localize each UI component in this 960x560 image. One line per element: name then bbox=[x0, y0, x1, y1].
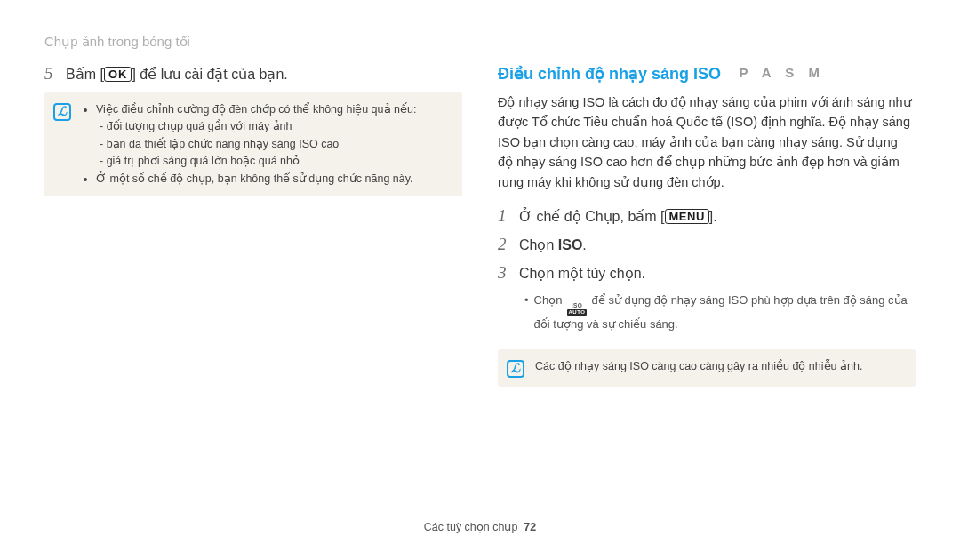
note-subbullet: giá trị phơi sáng quá lớn hoặc quá nhỏ bbox=[100, 153, 416, 170]
bullet-dot: • bbox=[524, 292, 529, 332]
breadcrumb: Chụp ảnh trong bóng tối bbox=[44, 34, 916, 50]
step-2: 2 Chọn ISO. bbox=[498, 235, 916, 254]
note-box-flash: ℒ Việc điều chỉnh cường độ đèn chớp có t… bbox=[44, 92, 462, 196]
step-text-post: ] để lưu cài đặt của bạn. bbox=[132, 67, 287, 82]
iso-label: ISO bbox=[558, 237, 583, 252]
section-title-iso: Điều chỉnh độ nhạy sáng ISO bbox=[498, 65, 721, 83]
footer-label: Các tuỳ chọn chụp bbox=[424, 521, 518, 533]
step-text-pre: Bấm [ bbox=[66, 67, 104, 82]
iso-description: Độ nhạy sáng ISO là cách đo độ nhạy sáng… bbox=[498, 92, 916, 192]
step-5: 5 Bấm [OK] để lưu cài đặt của bạn. bbox=[44, 64, 462, 84]
step-text-post: ]. bbox=[709, 209, 717, 224]
sub-text-pre: Chọn bbox=[534, 293, 565, 307]
mode-indicator: P A S M bbox=[739, 65, 824, 80]
step-number: 2 bbox=[498, 235, 510, 254]
step-number: 1 bbox=[498, 206, 510, 226]
note-subbullet: bạn đã thiết lập chức năng nhạy sáng ISO… bbox=[100, 136, 416, 153]
step-1: 1 Ở chế độ Chụp, bấm [MENU]. bbox=[498, 206, 916, 226]
step-text-post: . bbox=[582, 237, 586, 252]
ok-button-label: OK bbox=[104, 67, 132, 82]
info-icon: ℒ bbox=[53, 103, 71, 121]
menu-button-label: MENU bbox=[665, 209, 709, 224]
note-text: Các độ nhạy sáng ISO càng cao càng gây r… bbox=[535, 358, 862, 375]
iso-auto-icon: ISOAUTO bbox=[567, 303, 587, 316]
step-text-pre: Chọn bbox=[519, 237, 558, 252]
step-3: 3 Chọn một tùy chọn. bbox=[498, 263, 916, 283]
step-text: Chọn một tùy chọn. bbox=[519, 265, 645, 282]
sub-text-post: để sử dụng độ nhạy sáng ISO phù hợp dựa … bbox=[534, 293, 908, 331]
step-3-subbullet: • Chọn ISOAUTO để sử dụng độ nhạy sáng I… bbox=[498, 292, 916, 332]
note-subbullet: đối tượng chụp quá gần với máy ảnh bbox=[100, 118, 416, 135]
note-bullet: Ở một số chế độ chụp, bạn không thể sử d… bbox=[96, 171, 416, 188]
note-box-iso: ℒ Các độ nhạy sáng ISO càng cao càng gây… bbox=[498, 349, 916, 387]
step-text-pre: Ở chế độ Chụp, bấm [ bbox=[519, 209, 665, 224]
note-bullet: Việc điều chỉnh cường độ đèn chớp có thể… bbox=[96, 101, 416, 171]
info-icon: ℒ bbox=[507, 360, 524, 378]
left-column: 5 Bấm [OK] để lưu cài đặt của bạn. ℒ Việ… bbox=[44, 64, 462, 387]
page-footer: Các tuỳ chọn chụp 72 bbox=[0, 520, 960, 533]
right-column: Điều chỉnh độ nhạy sáng ISO P A S M Độ n… bbox=[498, 64, 916, 387]
step-number: 3 bbox=[498, 263, 510, 283]
step-number: 5 bbox=[44, 64, 57, 84]
page-number: 72 bbox=[524, 521, 536, 533]
